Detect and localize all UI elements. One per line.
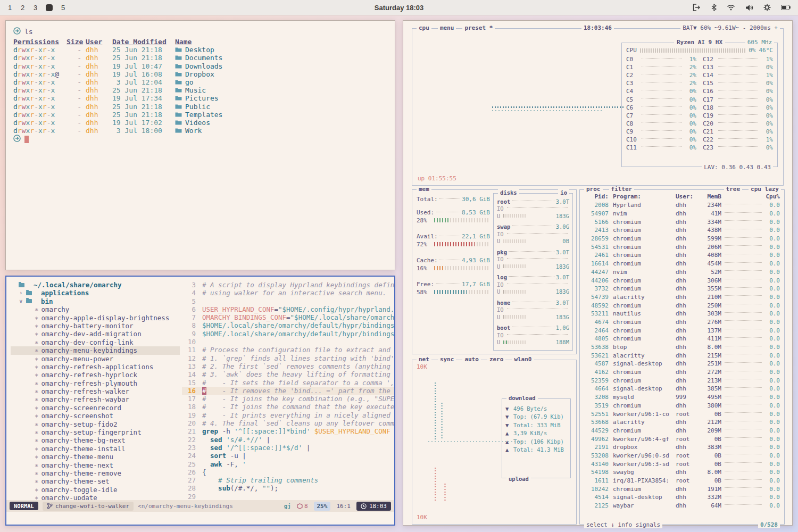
process-row[interactable]: 2461 chromium dhh 408M 0.0 [584,251,780,260]
process-row[interactable]: 2413 chromium dhh 438M 0.0 [584,226,780,235]
io-tab[interactable]: io [558,189,569,196]
process-row[interactable]: 28659 chromium dhh 599M 0.0 [584,235,780,243]
tree-item[interactable]: ∗ omarchy-refresh-walker [11,387,180,395]
cpu-tab[interactable]: preset * [462,24,495,31]
tree-item[interactable]: ∗ omarchy-refresh-hyprlock [11,371,180,379]
tree-item[interactable]: ∗ omarchy-theme-next [11,461,180,469]
process-row[interactable]: 4664 signal-desktop dhh 385M 0.0 [584,385,780,393]
proc-option-tab[interactable]: tree [724,186,743,193]
process-row[interactable]: 4162 chromium dhh 272M 0.0 [584,368,780,377]
process-row[interactable]: 5166 chromium dhh 334M 0.0 [584,218,780,226]
tree-item[interactable]: ∗ omarchy-battery-monitor [11,322,180,330]
process-row[interactable]: 4805 chromium dhh 411M 0.0 [584,335,780,343]
process-row[interactable]: 2464 chromium dhh 137M 0.0 [584,326,780,335]
tree-item[interactable]: ∗ omarchy-setup-fido2 [11,420,180,428]
workspace[interactable]: 3 [33,4,38,12]
process-row[interactable]: 4674 chromium dhh 276M 0.0 [584,318,780,327]
tree-item[interactable]: ∗ omarchy-update [11,494,180,500]
process-row[interactable]: 53208 kworker/u96:0-sd root 0B 0.0 [584,452,780,460]
process-row[interactable]: 2125 waybar dhh 64M 0.0 [584,502,780,510]
tree-item[interactable]: › applications [11,289,180,297]
battery-icon[interactable] [781,5,791,10]
process-row[interactable]: 3732 chromium dhh 355M 0.0 [584,285,780,293]
tree-item[interactable]: ∗ omarchy-theme-remove [11,469,180,477]
process-row[interactable]: 43140 kworker/u96:3-sd root 0B 0.0 [584,460,780,468]
tree-item[interactable]: ∗ omarchy-dev-add-migration [11,330,180,338]
file-date: 19 Jul 10:47 [112,62,171,70]
process-row[interactable]: 2008 Hyprland dhh 234M 0.0 [584,201,780,210]
process-row[interactable]: 44206 chromium dhh 306M 0.0 [584,276,780,285]
tree-item[interactable]: ∗ omarchy-refresh-applications [11,363,180,371]
tree-item[interactable]: ∗ omarchy-menu-power [11,355,180,363]
process-row[interactable]: 10242 chromium dhh 191M 0.0 [584,485,780,493]
bluetooth-icon[interactable] [711,4,717,11]
tree-item[interactable]: ∗ omarchy-theme-bg-next [11,436,180,444]
btop-window[interactable]: cpumenupreset * 18:03:46 BAT▼ 60% ~9.61W… [403,20,793,526]
process-row[interactable]: 3519 chromium dhh 380M 0.0 [584,402,780,410]
process-row[interactable]: 2191 dropbox dhh 383M 0.0 [584,443,780,452]
net-tab[interactable]: wlan0 [512,356,534,363]
terminal-window[interactable]: ls Permissions Size User Date Modified N… [5,20,395,270]
process-row[interactable]: 54907 nvim dhh 41M 0.0 [584,210,780,218]
process-row[interactable]: 44247 nvim dhh 52M 0.0 [584,268,780,277]
net-scale-bottom: 10K [417,514,427,521]
process-row[interactable]: 53638 btop dhh 8.0M 0.0 [584,343,780,352]
process-row[interactable]: 4514 signal-desktop dhh 332M 0.0 [584,493,780,502]
workspace[interactable]: 2 [20,4,25,12]
process-row[interactable]: 49962 kworker/u96:4-gf root 0B 0.0 [584,435,780,443]
tree-item[interactable]: ∨ bin [11,297,180,305]
process-row[interactable]: 52551 kworker/u96:1-co root 0B 0.0 [584,410,780,418]
btop-time: 18:03:46 [581,24,614,31]
cpu-tab[interactable]: cpu [417,24,431,31]
tree-item[interactable]: ∗ omarchy-toggle-idle [11,486,180,494]
tree-item[interactable]: ∗ omarchy-theme-install [11,445,180,453]
tree-item[interactable]: ∗ omarchy-screenshot [11,412,180,420]
prompt-line[interactable] [13,135,387,144]
net-tab[interactable]: auto [462,356,481,363]
process-row[interactable]: 54531 chromium dhh 206M 0.0 [584,243,780,251]
volume-icon[interactable] [745,4,753,11]
logout-icon[interactable] [693,4,701,11]
tree-item[interactable]: ∗ omarchy-setup-fingerprint [11,428,180,436]
tree-item[interactable]: ∗ omarchy-screenrecord [11,404,180,412]
tree-item[interactable]: ∗ omarchy-refresh-plymouth [11,379,180,387]
tree-item[interactable]: ∗ omarchy [11,305,180,313]
editor-window[interactable]: ~/.local/share/omarchy › applications ∨ … [5,276,395,526]
process-row[interactable]: 54198 swaybg dhh 8.0M 0.0 [584,468,780,477]
process-row[interactable]: 54739 alacritty dhh 210M 0.0 [584,293,780,302]
process-row[interactable]: 52359 chromium dhh 213M 0.0 [584,376,780,385]
tree-item[interactable]: ∗ omarchy-theme-set [11,477,180,485]
net-tab[interactable]: net [417,356,431,363]
process-row[interactable]: 4587 signal-desktop dhh 251M 0.0 [584,360,780,368]
mem-tab[interactable]: mem [417,186,431,193]
tree-item[interactable]: ∗ omarchy-refresh-waybar [11,395,180,403]
file-row: drwxr-xr-x@ - dhh 19 Jul 16:08 Dropbox [13,70,387,78]
tree-item[interactable]: ∗ omarchy-menu-keybindings [11,346,180,354]
settings-icon[interactable] [763,4,771,11]
process-row[interactable]: 44529 chromium dhh 209M 0.0 [584,427,780,435]
workspace[interactable]: 1 [7,4,12,12]
tree-item[interactable]: ∗ omarchy-dev-config-link [11,338,180,346]
wifi-icon[interactable] [727,4,735,11]
process-row[interactable]: 3208 mysqld 999 495M 0.0 [584,393,780,402]
process-row[interactable]: 53211 nautilus dhh 303M 0.0 [584,310,780,318]
net-tab[interactable]: zero [487,356,506,363]
process-row[interactable]: 1611 irq/81-PIXA3854: root 0B 0.0 [584,477,780,485]
tree-item[interactable]: ∗ omarchy-apple-display-brightness [11,314,180,322]
cpu-tab[interactable]: menu [438,24,456,31]
proc-option-tab[interactable]: cpu lazy [749,186,781,193]
process-row[interactable]: 53668 alacritty dhh 212M 0.0 [584,418,780,427]
file-date: 25 Jun 21:18 [112,103,171,111]
tree-item[interactable]: ~/.local/share/omarchy [11,281,180,289]
proc-tab[interactable]: filter [609,186,635,193]
workspace[interactable]: 5 [61,4,65,12]
tree-item[interactable]: ∗ omarchy-theme-menu [11,453,180,461]
process-row[interactable]: 48592 chromium dhh 250M 0.0 [584,301,780,310]
disks-tab[interactable]: disks [498,189,519,196]
code-buffer[interactable]: 3 # A script to display Hyprland keybind… [180,277,394,500]
net-tab[interactable]: sync [438,356,456,363]
workspace[interactable] [46,4,53,11]
process-row[interactable]: 16614 chromium dhh 454M 0.0 [584,260,780,268]
process-row[interactable]: 53621 alacritty dhh 215M 0.0 [584,351,780,360]
proc-tab[interactable]: proc [584,186,603,193]
